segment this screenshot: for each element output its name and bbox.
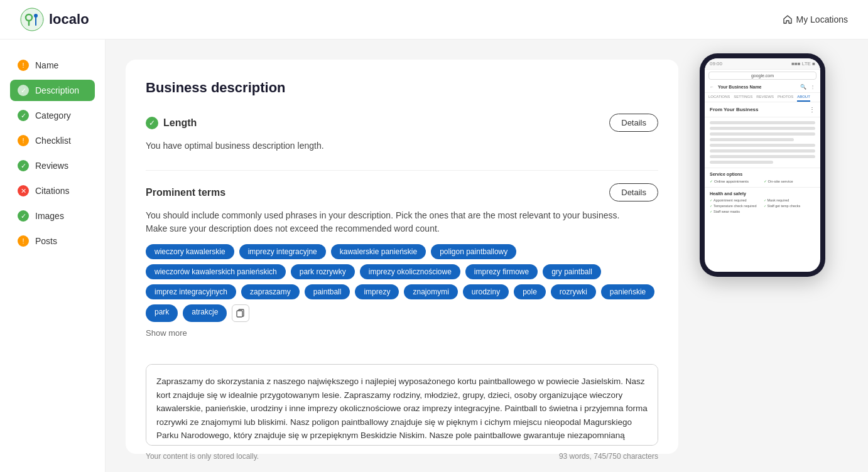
tag-kawalerskie-panienskie[interactable]: kawalerskie panieńskie	[331, 244, 426, 259]
sidebar-item-category[interactable]: ✓ Category	[10, 105, 95, 126]
status-dot-checklist: !	[18, 135, 29, 146]
tag-imprez-integracyjnych[interactable]: imprez integracyjnych	[146, 284, 236, 299]
phone-health-section: Health and safety ✓ Appointment required…	[705, 187, 820, 217]
my-locations-label: My Locations	[796, 14, 848, 24]
prominent-section-header: Prominent terms Details	[146, 183, 658, 201]
logo-text: localo	[49, 11, 89, 28]
phone-service-section: Service options ✓ Online appointments ✓ …	[705, 168, 820, 187]
length-title-row: ✓ Length	[146, 117, 197, 129]
phone-health-3: ✓ Temperature check required	[710, 204, 762, 208]
phone-line-4	[710, 138, 794, 141]
phone-line-6	[710, 149, 815, 153]
status-dot-category: ✓	[18, 110, 29, 121]
sidebar: ! Name ✓ Description ✓ Category ! Checkl…	[0, 40, 106, 472]
phone-more-icon: ⋮	[809, 106, 815, 113]
phone-service-rows: ✓ Online appointments ✓ On-site service	[710, 179, 815, 183]
length-description: You have optimal business description le…	[146, 139, 658, 153]
prominent-details-button[interactable]: Details	[609, 183, 658, 201]
status-dot-name: !	[18, 60, 29, 71]
logo-icon	[20, 8, 44, 31]
my-locations-link[interactable]: My Locations	[783, 14, 848, 24]
phone-health-grid: ✓ Appointment required ✓ Mask required ✓…	[710, 198, 815, 213]
phone-outer: 09:00 ■■■ LTE ■ google.com ← Your Busine…	[700, 53, 825, 277]
phone-preview: 09:00 ■■■ LTE ■ google.com ← Your Busine…	[693, 53, 832, 454]
phone-screen: 09:00 ■■■ LTE ■ google.com ← Your Busine…	[705, 58, 820, 272]
description-textarea[interactable]: Zapraszamy do skorzystania z naszego naj…	[146, 364, 658, 446]
tag-paintball[interactable]: paintball	[305, 284, 350, 299]
sidebar-item-images[interactable]: ✓ Images	[10, 205, 95, 227]
prominent-section-title: Prominent terms	[146, 187, 225, 198]
tag-imprezy-firmowe[interactable]: imprezy firmowe	[465, 264, 538, 279]
phone-tab-reviews: REVIEWS	[756, 93, 774, 102]
logo: localo	[20, 8, 89, 31]
show-more-button[interactable]: Show more	[146, 328, 658, 338]
phone-health-1: ✓ Appointment required	[710, 198, 762, 202]
tag-pole[interactable]: pole	[514, 284, 546, 299]
phone-service-title: Service options	[710, 172, 815, 176]
business-description-card: Business description ✓ Length Details Yo…	[126, 60, 678, 454]
tag-gry-paintball[interactable]: gry paintball	[543, 264, 601, 279]
textarea-note: Your content is only stored locally.	[146, 452, 259, 461]
length-details-button[interactable]: Details	[609, 114, 658, 132]
sidebar-label-category: Category	[35, 110, 71, 121]
tag-park-rozrywky[interactable]: park rozrywky	[291, 264, 355, 279]
tag-wieczory-kawalerskie[interactable]: wieczory kawalerskie	[146, 244, 234, 259]
sidebar-item-checklist[interactable]: ! Checklist	[10, 130, 95, 151]
sidebar-item-citations[interactable]: ✕ Citations	[10, 180, 95, 201]
phone-line-5	[710, 144, 815, 147]
sidebar-item-posts[interactable]: ! Posts	[10, 230, 95, 252]
phone-service-1: ✓ Online appointments	[710, 179, 762, 183]
main-layout: ! Name ✓ Description ✓ Category ! Checkl…	[0, 40, 868, 472]
phone-top-bar: 09:00 ■■■ LTE ■	[705, 58, 820, 70]
tag-imprezy-integracyjne[interactable]: imprezy integracyjne	[239, 244, 326, 259]
phone-health-title: Health and safety	[710, 191, 815, 196]
phone-tab-locations: LOCATIONS	[708, 93, 730, 102]
phone-line-1	[710, 121, 815, 124]
phone-line-3	[710, 132, 815, 136]
sidebar-label-citations: Citations	[35, 186, 69, 196]
phone-url-bar: google.com	[708, 72, 816, 80]
tag-znajomymi[interactable]: znajomymi	[404, 284, 457, 299]
sidebar-label-checklist: Checklist	[35, 136, 71, 146]
sidebar-item-reviews[interactable]: ✓ Reviews	[10, 155, 95, 176]
svg-rect-5	[237, 311, 242, 317]
length-section-header: ✓ Length Details	[146, 114, 658, 132]
phone-text-lines	[705, 117, 820, 168]
textarea-footer: Your content is only stored locally. 93 …	[146, 452, 658, 461]
tag-park[interactable]: park	[146, 304, 178, 322]
status-dot-citations: ✕	[18, 185, 29, 196]
header: localo My Locations	[0, 0, 868, 40]
prominent-title-row: Prominent terms	[146, 187, 225, 198]
sidebar-item-description[interactable]: ✓ Description	[10, 80, 95, 101]
tag-urodziny[interactable]: urodziny	[463, 284, 509, 299]
card-title: Business description	[146, 80, 658, 96]
tag-atrakcje[interactable]: atrakcje	[183, 304, 227, 322]
phone-tab-photos: PHOTOS	[778, 93, 793, 102]
copy-icon-button[interactable]	[232, 304, 249, 322]
status-dot-reviews: ✓	[18, 160, 29, 171]
sidebar-label-posts: Posts	[35, 236, 57, 246]
tag-imprezy[interactable]: imprezy	[355, 284, 399, 299]
phone-line-2	[710, 127, 815, 130]
tag-wieczory-kawaler-pan[interactable]: wieczorów kawalerskich panieńskich	[146, 264, 286, 279]
tag-poligon-paintballowy[interactable]: poligon paintballowy	[431, 244, 516, 259]
divider-1	[146, 170, 658, 171]
status-dot-images: ✓	[18, 210, 29, 222]
length-section-title: Length	[163, 117, 197, 129]
tag-panienskie[interactable]: panieńskie	[601, 284, 654, 299]
sidebar-item-name[interactable]: ! Name	[10, 55, 95, 76]
phone-service-2: ✓ On-site service	[764, 179, 816, 183]
phone-line-8	[710, 161, 773, 164]
sidebar-label-name: Name	[35, 60, 58, 70]
tags-container: wieczory kawalerskie imprezy integracyjn…	[146, 244, 658, 322]
length-status-icon: ✓	[146, 117, 158, 129]
phone-health-2: ✓ Mask required	[764, 198, 816, 202]
sidebar-label-reviews: Reviews	[35, 161, 68, 171]
tag-imprezy-okazjonalne[interactable]: imprezy okolicznościowe	[360, 264, 460, 279]
phone-health-4: ✓ Staff get temp checks	[764, 204, 816, 208]
sidebar-label-description: Description	[35, 85, 79, 95]
phone-signal: ■■■ LTE ■	[791, 61, 815, 67]
tag-zapraszamy[interactable]: zapraszamy	[241, 284, 300, 299]
home-icon	[783, 14, 793, 24]
tag-rozrywki[interactable]: rozrywki	[551, 284, 596, 299]
